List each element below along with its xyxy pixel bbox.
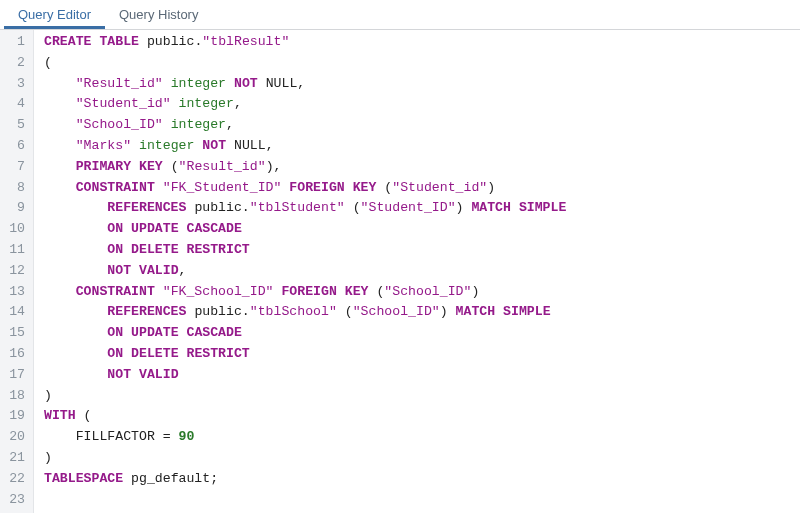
line-number: 9 (0, 198, 25, 219)
code-line[interactable]: FILLFACTOR = 90 (44, 427, 566, 448)
token-str: "tblStudent" (250, 200, 345, 215)
token-str: "FK_Student_ID" (163, 180, 282, 195)
line-number: 3 (0, 74, 25, 95)
token-pn (163, 76, 171, 91)
token-kw: CONSTRAINT (76, 284, 155, 299)
token-pn: ) (440, 304, 456, 319)
code-area[interactable]: CREATE TABLE public."tblResult"( "Result… (34, 30, 566, 513)
code-line[interactable]: ( (44, 53, 566, 74)
code-line[interactable]: ON UPDATE CASCADE (44, 219, 566, 240)
token-str: "tblSchool" (250, 304, 337, 319)
token-pn: ( (44, 55, 52, 70)
code-line[interactable]: PRIMARY KEY ("Result_id"), (44, 157, 566, 178)
line-number: 12 (0, 261, 25, 282)
token-kw: WITH (44, 408, 76, 423)
token-pn: . (242, 200, 250, 215)
code-line[interactable]: "Result_id" integer NOT NULL, (44, 74, 566, 95)
token-kw2: CASCADE (186, 325, 241, 340)
code-line[interactable]: CREATE TABLE public."tblResult" (44, 32, 566, 53)
code-line[interactable]: ) (44, 386, 566, 407)
token-pn (44, 117, 76, 132)
token-pn: . (242, 304, 250, 319)
code-line[interactable] (44, 490, 566, 511)
code-line[interactable]: ON DELETE RESTRICT (44, 240, 566, 261)
code-line[interactable]: NOT VALID (44, 365, 566, 386)
tab-query-history[interactable]: Query History (105, 0, 212, 29)
code-line[interactable]: "School_ID" integer, (44, 115, 566, 136)
token-str: "School_ID" (384, 284, 471, 299)
token-id: public (194, 200, 241, 215)
token-kw: FOREIGN (281, 284, 336, 299)
code-line[interactable]: REFERENCES public."tblStudent" ("Student… (44, 198, 566, 219)
token-pn: ) (44, 388, 52, 403)
token-pn (131, 138, 139, 153)
line-number: 5 (0, 115, 25, 136)
tab-query-editor[interactable]: Query Editor (4, 0, 105, 29)
token-pn (123, 325, 131, 340)
token-pn: ) (487, 180, 495, 195)
line-number: 14 (0, 302, 25, 323)
token-id: public (194, 304, 241, 319)
token-kw2: RESTRICT (186, 346, 249, 361)
token-pn (44, 180, 76, 195)
line-number: 18 (0, 386, 25, 407)
token-pn (345, 180, 353, 195)
token-pn: , (234, 96, 242, 111)
token-kw: ON (107, 221, 123, 236)
line-number: 1 (0, 32, 25, 53)
token-pn (44, 200, 107, 215)
line-number: 22 (0, 469, 25, 490)
token-id: FILLFACTOR (76, 429, 155, 444)
line-number: 23 (0, 490, 25, 511)
token-pn (171, 96, 179, 111)
token-pn (44, 263, 107, 278)
token-kw: ON (107, 325, 123, 340)
code-line[interactable]: REFERENCES public."tblSchool" ("School_I… (44, 302, 566, 323)
token-pn (44, 325, 107, 340)
line-number: 21 (0, 448, 25, 469)
token-kw: FOREIGN (289, 180, 344, 195)
token-kw: MATCH (456, 304, 496, 319)
line-number: 16 (0, 344, 25, 365)
token-pn (44, 159, 76, 174)
token-kw: NOT (107, 263, 131, 278)
line-number: 17 (0, 365, 25, 386)
token-kw: KEY (345, 284, 369, 299)
token-kw: REFERENCES (107, 200, 186, 215)
token-kw: KEY (353, 180, 377, 195)
code-line[interactable]: "Student_id" integer, (44, 94, 566, 115)
token-id: pg_default (131, 471, 210, 486)
token-pn (131, 367, 139, 382)
token-pn (337, 284, 345, 299)
token-pn (44, 242, 107, 257)
code-line[interactable]: ON DELETE RESTRICT (44, 344, 566, 365)
token-pn: , (179, 263, 187, 278)
token-pn (131, 263, 139, 278)
token-pn (44, 76, 76, 91)
code-line[interactable]: TABLESPACE pg_default; (44, 469, 566, 490)
code-line[interactable]: NOT VALID, (44, 261, 566, 282)
token-null: NULL (266, 76, 298, 91)
code-line[interactable]: ) (44, 448, 566, 469)
code-line[interactable]: CONSTRAINT "FK_Student_ID" FOREIGN KEY (… (44, 178, 566, 199)
token-kw: CREATE (44, 34, 91, 49)
token-kw2: VALID (139, 263, 179, 278)
token-dt: integer (171, 76, 226, 91)
token-pn: ), (266, 159, 282, 174)
code-line[interactable]: "Marks" integer NOT NULL, (44, 136, 566, 157)
token-kw: NOT (107, 367, 131, 382)
token-pn (44, 367, 107, 382)
token-str: "School_ID" (76, 117, 163, 132)
code-line[interactable]: WITH ( (44, 406, 566, 427)
line-number: 6 (0, 136, 25, 157)
token-pn (131, 159, 139, 174)
token-pn: , (297, 76, 305, 91)
token-pn: ( (345, 200, 361, 215)
token-null: NULL (234, 138, 266, 153)
line-number: 2 (0, 53, 25, 74)
token-pn: ( (369, 284, 385, 299)
token-pn: , (266, 138, 274, 153)
code-line[interactable]: ON UPDATE CASCADE (44, 323, 566, 344)
sql-editor[interactable]: 1234567891011121314151617181920212223 CR… (0, 30, 800, 513)
code-line[interactable]: CONSTRAINT "FK_School_ID" FOREIGN KEY ("… (44, 282, 566, 303)
